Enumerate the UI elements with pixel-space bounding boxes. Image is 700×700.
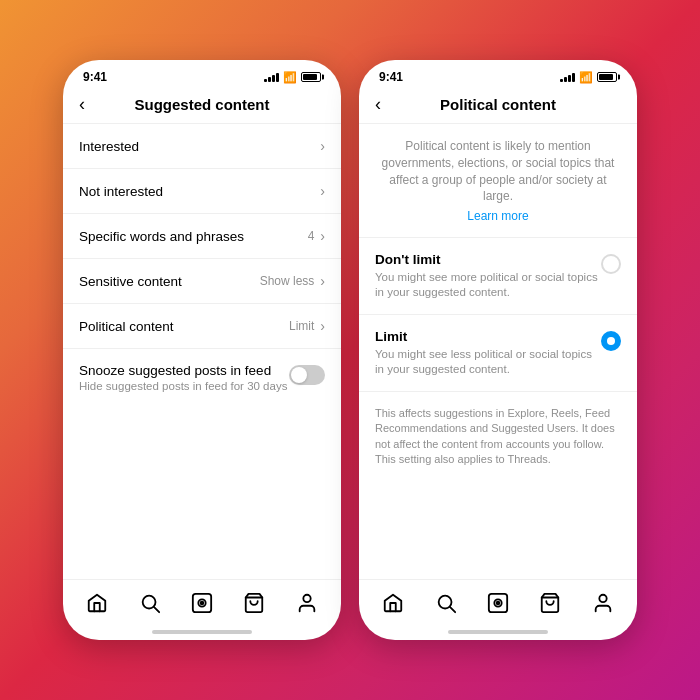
nav-reels[interactable] <box>485 590 511 616</box>
status-time-left: 9:41 <box>83 70 107 84</box>
back-button-left[interactable]: ‹ <box>79 94 85 115</box>
screen-title-right: Political content <box>440 96 556 113</box>
screen-header-right: ‹ Political content <box>359 88 637 124</box>
menu-item-right: › <box>320 138 325 154</box>
menu-item-right: 4 › <box>308 228 325 244</box>
menu-item-label: Sensitive content <box>79 274 182 289</box>
svg-point-6 <box>303 595 310 602</box>
menu-item-label: Political content <box>79 319 174 334</box>
home-indicator-left <box>152 630 252 634</box>
status-time-right: 9:41 <box>379 70 403 84</box>
snooze-toggle[interactable] <box>289 365 325 385</box>
menu-item-right: Limit › <box>289 318 325 334</box>
radio-circle-limit[interactable] <box>601 331 621 351</box>
snooze-text: Snooze suggested posts in feed Hide sugg… <box>79 363 287 392</box>
menu-item-label: Specific words and phrases <box>79 229 244 244</box>
nav-shop[interactable] <box>537 590 563 616</box>
signal-icon <box>560 72 575 82</box>
radio-limit[interactable]: Limit You might see less political or so… <box>359 315 637 392</box>
status-bar-left: 9:41 📶 <box>63 60 341 88</box>
right-phone: 9:41 📶 ‹ Political content Political con… <box>359 60 637 640</box>
status-icons-left: 📶 <box>264 71 321 84</box>
left-phone: 9:41 📶 ‹ Suggested content Interested › <box>63 60 341 640</box>
back-button-right[interactable]: ‹ <box>375 94 381 115</box>
menu-item-label: Interested <box>79 139 139 154</box>
svg-line-8 <box>450 607 455 612</box>
radio-circle-dont-limit[interactable] <box>601 254 621 274</box>
signal-icon <box>264 72 279 82</box>
screen-content-left: Interested › Not interested › Specific w… <box>63 124 341 579</box>
political-description: Political content is likely to mention g… <box>379 138 617 205</box>
snooze-subtitle: Hide suggested posts in feed for 30 days <box>79 380 287 392</box>
radio-dont-limit[interactable]: Don't limit You might see more political… <box>359 238 637 315</box>
nav-shop[interactable] <box>241 590 267 616</box>
nav-home[interactable] <box>84 590 110 616</box>
svg-point-13 <box>599 595 606 602</box>
screen-title-left: Suggested content <box>134 96 269 113</box>
info-text: This affects suggestions in Explore, Ree… <box>359 392 637 482</box>
learn-more-link[interactable]: Learn more <box>379 209 617 223</box>
menu-badge: 4 <box>308 229 315 243</box>
nav-search[interactable] <box>433 590 459 616</box>
chevron-icon: › <box>320 228 325 244</box>
radio-desc: You might see less political or social t… <box>375 347 601 377</box>
menu-item-not-interested[interactable]: Not interested › <box>63 169 341 214</box>
menu-item-interested[interactable]: Interested › <box>63 124 341 169</box>
radio-text-limit: Limit You might see less political or so… <box>375 329 601 377</box>
menu-item-sensitive[interactable]: Sensitive content Show less › <box>63 259 341 304</box>
snooze-title: Snooze suggested posts in feed <box>79 363 287 378</box>
radio-title: Limit <box>375 329 601 344</box>
bottom-nav-right <box>359 579 637 630</box>
radio-desc: You might see more political or social t… <box>375 270 601 300</box>
chevron-icon: › <box>320 273 325 289</box>
menu-item-political[interactable]: Political content Limit › <box>63 304 341 349</box>
wifi-icon: 📶 <box>579 71 593 84</box>
radio-text-dont-limit: Don't limit You might see more political… <box>375 252 601 300</box>
screen-header-left: ‹ Suggested content <box>63 88 341 124</box>
status-bar-right: 9:41 📶 <box>359 60 637 88</box>
menu-badge: Show less <box>260 274 315 288</box>
snooze-item: Snooze suggested posts in feed Hide sugg… <box>63 349 341 406</box>
radio-title: Don't limit <box>375 252 601 267</box>
nav-home[interactable] <box>380 590 406 616</box>
status-icons-right: 📶 <box>560 71 617 84</box>
svg-point-4 <box>201 602 204 605</box>
battery-icon <box>301 72 321 82</box>
chevron-icon: › <box>320 318 325 334</box>
chevron-icon: › <box>320 138 325 154</box>
screen-content-right: Political content is likely to mention g… <box>359 124 637 579</box>
nav-reels[interactable] <box>189 590 215 616</box>
nav-profile[interactable] <box>590 590 616 616</box>
menu-item-right: Show less › <box>260 273 325 289</box>
svg-point-11 <box>497 602 500 605</box>
menu-item-words[interactable]: Specific words and phrases 4 › <box>63 214 341 259</box>
wifi-icon: 📶 <box>283 71 297 84</box>
description-box: Political content is likely to mention g… <box>359 124 637 238</box>
nav-profile[interactable] <box>294 590 320 616</box>
menu-item-label: Not interested <box>79 184 163 199</box>
battery-icon <box>597 72 617 82</box>
chevron-icon: › <box>320 183 325 199</box>
bottom-nav-left <box>63 579 341 630</box>
home-indicator-right <box>448 630 548 634</box>
menu-item-right: › <box>320 183 325 199</box>
menu-badge: Limit <box>289 319 314 333</box>
nav-search[interactable] <box>137 590 163 616</box>
svg-line-1 <box>154 607 159 612</box>
